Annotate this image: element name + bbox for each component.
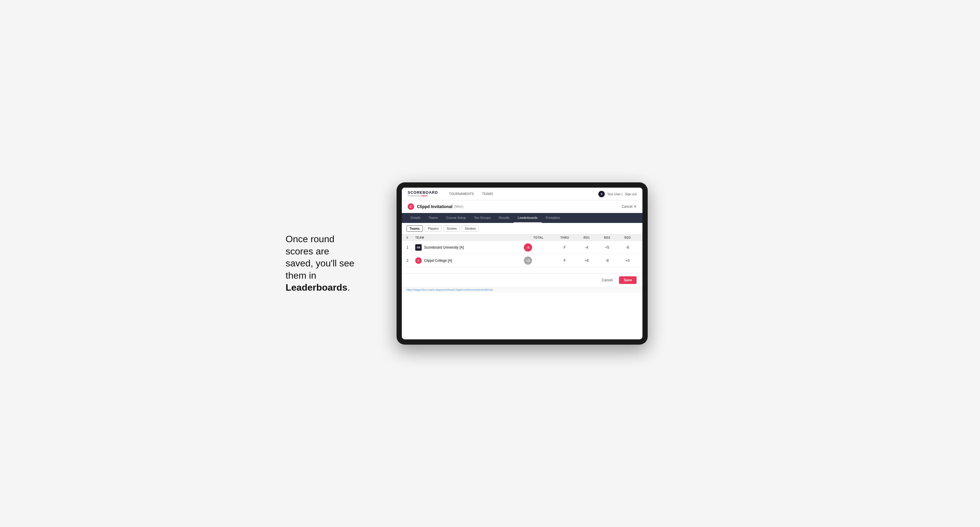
tablet-screen: SCOREBOARD Powered by clippd TOURNAMENTS… bbox=[402, 187, 643, 340]
tab-leaderboards[interactable]: Leaderboards bbox=[514, 213, 542, 223]
nav-links: TOURNAMENTS TEAMS bbox=[445, 187, 598, 200]
row2-team-name: Clippd College [A] bbox=[424, 259, 452, 263]
url-bar: https://stage-blue-coach.stagescoreboard… bbox=[402, 287, 643, 292]
row2-rd3: +3 bbox=[617, 259, 638, 263]
filter-strokes[interactable]: Strokes bbox=[462, 225, 479, 232]
row2-team-cell: C Clippd College [A] bbox=[415, 257, 524, 264]
desc-bold: Leaderboards bbox=[286, 282, 347, 293]
row2-total: +3 bbox=[524, 257, 553, 265]
nav-tournaments[interactable]: TOURNAMENTS bbox=[445, 187, 478, 200]
row1-team-name: Scoreboard University [A] bbox=[424, 245, 464, 249]
sign-out-link[interactable]: Sign out bbox=[625, 192, 636, 196]
row1-team-logo: SB bbox=[415, 244, 422, 251]
tournament-gender: (Men) bbox=[454, 205, 463, 209]
row2-thru: F bbox=[553, 259, 576, 263]
close-icon: ✕ bbox=[634, 205, 636, 209]
col-rd2: RD2 bbox=[597, 236, 617, 239]
user-name: Test User | bbox=[607, 192, 622, 196]
row2-rd1: +8 bbox=[576, 259, 597, 263]
top-navigation: SCOREBOARD Powered by clippd TOURNAMENTS… bbox=[402, 187, 643, 200]
table-header: # TEAM TOTAL THRU RD1 RD2 RD3 bbox=[402, 234, 643, 241]
row2-team-logo: C bbox=[415, 257, 422, 264]
col-thru: THRU bbox=[553, 236, 576, 239]
bottom-bar: Cancel Save bbox=[402, 273, 643, 287]
desc-line2: scores are bbox=[286, 246, 329, 257]
logo-brand: clippd bbox=[420, 194, 428, 197]
row1-rd2: +5 bbox=[597, 245, 617, 249]
row1-rank: 1 bbox=[406, 245, 415, 249]
nav-teams[interactable]: TEAMS bbox=[478, 187, 497, 200]
desc-period: . bbox=[347, 282, 350, 293]
logo-subtitle: Powered by clippd bbox=[408, 194, 438, 197]
user-avatar: S bbox=[598, 191, 605, 197]
desc-line4: them in bbox=[286, 270, 316, 281]
leaderboard-table: # TEAM TOTAL THRU RD1 RD2 RD3 1 SB Score… bbox=[402, 234, 643, 267]
tablet-device: SCOREBOARD Powered by clippd TOURNAMENTS… bbox=[396, 183, 648, 344]
desc-line1: Once round bbox=[286, 234, 334, 244]
row2-rd2: -8 bbox=[597, 259, 617, 263]
col-rd1: RD1 bbox=[576, 236, 597, 239]
tab-course-setup[interactable]: Course Setup bbox=[442, 213, 470, 223]
nav-right: S Test User | Sign out bbox=[598, 191, 636, 197]
logo-title: SCOREBOARD bbox=[408, 190, 438, 194]
row1-total: -5 bbox=[524, 243, 553, 252]
tab-tee-groups[interactable]: Tee Groups bbox=[470, 213, 495, 223]
row1-thru: F bbox=[553, 245, 576, 249]
row1-rd3: -6 bbox=[617, 245, 638, 249]
tab-results[interactable]: Results bbox=[495, 213, 514, 223]
row1-score-badge: -5 bbox=[524, 243, 532, 252]
tournament-icon: C bbox=[408, 203, 414, 210]
row1-team-cell: SB Scoreboard University [A] bbox=[415, 244, 524, 251]
row2-score-badge: +3 bbox=[524, 257, 532, 265]
left-description: Once round scores are saved, you'll see … bbox=[286, 233, 379, 294]
tab-printables[interactable]: Printables bbox=[542, 213, 564, 223]
tournament-cancel-button[interactable]: Cancel ✕ bbox=[622, 205, 636, 209]
tournament-header: C Clippd Invitational (Men) Cancel ✕ bbox=[402, 200, 643, 213]
row1-rd1: -4 bbox=[576, 245, 597, 249]
filter-teams[interactable]: Teams bbox=[406, 225, 423, 232]
sub-navigation: Details Teams Course Setup Tee Groups Re… bbox=[402, 213, 643, 223]
col-team: TEAM bbox=[415, 236, 524, 239]
filter-players[interactable]: Players bbox=[425, 225, 442, 232]
col-rd3: RD3 bbox=[617, 236, 638, 239]
logo-area: SCOREBOARD Powered by clippd bbox=[408, 190, 438, 197]
table-row: 2 C Clippd College [A] +3 F +8 -8 +3 bbox=[402, 254, 643, 267]
table-row: 1 SB Scoreboard University [A] -5 F -4 +… bbox=[402, 241, 643, 254]
tab-teams[interactable]: Teams bbox=[425, 213, 442, 223]
save-button[interactable]: Save bbox=[619, 276, 636, 284]
desc-line3: saved, you'll see bbox=[286, 258, 355, 268]
row2-rank: 2 bbox=[406, 259, 415, 263]
col-total: TOTAL bbox=[524, 236, 553, 239]
filter-scores[interactable]: Scores bbox=[444, 225, 460, 232]
filter-bar: Teams Players Scores Strokes bbox=[402, 223, 643, 234]
page-wrapper: Once round scores are saved, you'll see … bbox=[286, 183, 694, 344]
tab-details[interactable]: Details bbox=[406, 213, 425, 223]
cancel-button[interactable]: Cancel bbox=[598, 276, 616, 284]
tournament-name: Clippd Invitational bbox=[417, 204, 452, 209]
col-rank: # bbox=[406, 236, 415, 239]
page-url: https://stage-blue-coach.stagescoreboard… bbox=[406, 288, 493, 291]
